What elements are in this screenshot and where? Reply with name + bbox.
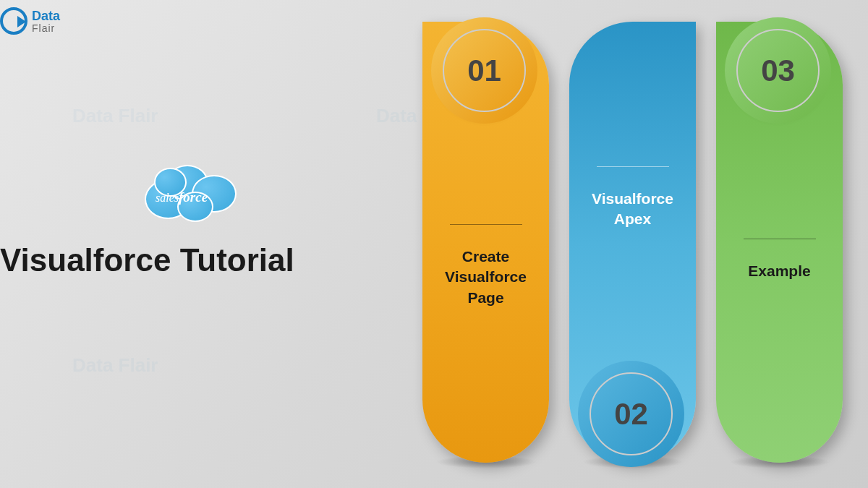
step-badge-1: 01 bbox=[443, 29, 526, 112]
divider bbox=[597, 166, 669, 167]
logo-icon bbox=[0, 7, 27, 35]
step-label: Example bbox=[739, 261, 819, 281]
watermark: Data Flair bbox=[72, 105, 158, 127]
divider bbox=[450, 224, 522, 225]
steps-container: 01 CreateVisualforcePage VisualforceApex… bbox=[422, 22, 843, 463]
brand-logo: Data Flair bbox=[0, 7, 60, 35]
step-number: 01 bbox=[467, 53, 501, 88]
page-title: Visualforce Tutorial bbox=[0, 242, 294, 278]
step-badge-2: 02 bbox=[590, 372, 673, 455]
step-number: 03 bbox=[761, 53, 795, 88]
salesforce-cloud-icon: salesforce bbox=[141, 159, 246, 228]
step-3: 03 Example bbox=[716, 22, 843, 463]
logo-text-2: Flair bbox=[32, 22, 60, 34]
watermark: Data Flair bbox=[72, 354, 158, 377]
step-1: 01 CreateVisualforcePage bbox=[422, 22, 549, 463]
step-badge-3: 03 bbox=[736, 29, 820, 112]
logo-text-1: Data bbox=[32, 9, 60, 24]
step-2: VisualforceApex 02 bbox=[569, 22, 696, 463]
step-label: VisualforceApex bbox=[583, 189, 682, 230]
step-number: 02 bbox=[614, 397, 648, 432]
salesforce-label: salesforce bbox=[156, 189, 208, 205]
step-label: CreateVisualforcePage bbox=[436, 247, 535, 308]
divider bbox=[744, 239, 816, 239]
